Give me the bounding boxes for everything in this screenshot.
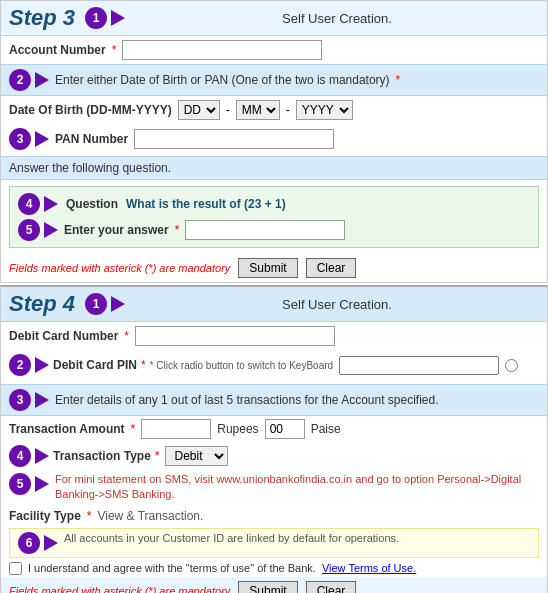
step4-title: Step 4: [9, 291, 75, 317]
sms-note-text: For mini statement on SMS, visit www.uni…: [55, 472, 539, 503]
step4-submit-button[interactable]: Submit: [238, 581, 297, 593]
debit-card-input[interactable]: [135, 326, 335, 346]
txn-info-text: Enter details of any 1 out of last 5 tra…: [55, 393, 439, 407]
step4-circle5: 5: [9, 473, 31, 495]
step4-arrow4: 4: [9, 445, 49, 467]
terms-text: I understand and agree with the "terms o…: [28, 562, 316, 574]
txn-type-label: Transaction Type: [53, 449, 151, 463]
pan-input[interactable]: [134, 129, 334, 149]
txn-amount-row: Transaction Amount * Rupees Paise: [1, 416, 547, 442]
account-number-input[interactable]: [122, 40, 322, 60]
keyboard-radio[interactable]: [505, 359, 518, 372]
step4-arrow6-icon: [44, 535, 58, 551]
txn-amount-star: *: [131, 422, 136, 436]
step3-submit-button[interactable]: Submit: [238, 258, 297, 278]
facility-label: Facility Type: [9, 509, 81, 523]
step4-section: Step 4 1 Self User Creation. Debit Card …: [0, 285, 548, 593]
answer-label: Enter your answer: [64, 223, 169, 237]
step4-circle4: 4: [9, 445, 31, 467]
question-section: 4 Question What is the result of (23 + 1…: [9, 186, 539, 248]
step3-arrow5-icon: [44, 222, 58, 238]
view-terms-link[interactable]: View Terms of Use.: [322, 562, 416, 574]
step4-arrow3-icon: [35, 392, 49, 408]
question-text: What is the result of (23 + 1): [126, 197, 286, 211]
debit-card-star: *: [124, 329, 129, 343]
step4-self-creation: Self User Creation.: [135, 297, 539, 312]
dob-pan-star: *: [396, 73, 401, 87]
accounts-note-text: All accounts in your Customer ID are lin…: [64, 532, 399, 544]
question-section-bar: Answer the following question.: [1, 156, 547, 180]
txn-type-row: 4 Transaction Type * Debit Credit: [1, 442, 547, 470]
step3-circle1: 1: [85, 7, 107, 29]
answer-input[interactable]: [185, 220, 345, 240]
step4-clear-button[interactable]: Clear: [306, 581, 357, 593]
account-number-label: Account Number: [9, 43, 106, 57]
txn-info-bar: 3 Enter details of any 1 out of last 5 t…: [1, 384, 547, 416]
dob-day-select[interactable]: DD: [178, 100, 220, 120]
pan-label: PAN Number: [55, 132, 128, 146]
step4-arrow2: 2: [9, 354, 49, 376]
facility-row: Facility Type * View & Transaction.: [1, 506, 547, 526]
debit-pin-star: *: [141, 358, 146, 372]
dob-year-select[interactable]: YYYY: [296, 100, 353, 120]
step3-arrow1: 1: [85, 7, 125, 29]
txn-amount-input[interactable]: [141, 419, 211, 439]
accounts-note: 6 All accounts in your Customer ID are l…: [9, 528, 539, 558]
step4-arrow5: 5: [9, 473, 49, 495]
step3-circle4: 4: [18, 193, 40, 215]
dob-month-select[interactable]: MM: [236, 100, 280, 120]
paise-label: Paise: [311, 422, 341, 436]
step4-header: Step 4 1 Self User Creation.: [1, 287, 547, 322]
terms-checkbox[interactable]: [9, 562, 22, 575]
step3-bottom-row: Fields marked with asterick (*) are mand…: [1, 254, 547, 282]
step4-bottom-bar: Fields marked with asterick (*) are mand…: [1, 577, 547, 593]
step3-circle5: 5: [18, 219, 40, 241]
answer-row: 5 Enter your answer *: [18, 219, 530, 241]
account-number-row: Account Number *: [1, 36, 547, 64]
step3-section: Step 3 1 Self User Creation. Account Num…: [0, 0, 548, 283]
step3-circle3: 3: [9, 128, 31, 150]
facility-note: View & Transaction.: [97, 509, 203, 523]
rupees-label: Rupees: [217, 422, 258, 436]
step3-title: Step 3: [9, 5, 75, 31]
dob-pan-info-bar: 2 Enter either Date of Birth or PAN (One…: [1, 64, 547, 96]
debit-card-label: Debit Card Number: [9, 329, 118, 343]
step4-arrow1-icon: [111, 296, 125, 312]
step4-mandatory-text: Fields marked with asterick (*) are mand…: [9, 585, 230, 593]
pan-row: 3 PAN Number: [1, 124, 547, 154]
sms-note: 5 For mini statement on SMS, visit www.u…: [1, 470, 547, 506]
txn-type-select[interactable]: Debit Credit: [165, 446, 228, 466]
step4-arrow5-icon: [35, 476, 49, 492]
dob-pan-label: Enter either Date of Birth or PAN (One o…: [55, 73, 390, 87]
step4-arrow3: 3: [9, 389, 49, 411]
step3-header: Step 3 1 Self User Creation.: [1, 1, 547, 36]
txn-amount-label: Transaction Amount: [9, 422, 125, 436]
step4-arrow1: 1: [85, 293, 125, 315]
step3-arrow2-icon: [35, 72, 49, 88]
question-section-title: Answer the following question.: [9, 161, 171, 175]
question-label: Question: [66, 197, 118, 211]
step3-arrow3-icon: [35, 131, 49, 147]
step4-arrow2-icon: [35, 357, 49, 373]
paise-input[interactable]: [265, 419, 305, 439]
step4-arrow4-icon: [35, 448, 49, 464]
step3-arrow5: 5: [18, 219, 58, 241]
step3-arrow1-icon: [111, 10, 125, 26]
question-row: 4 Question What is the result of (23 + 1…: [18, 193, 530, 215]
step3-self-creation: Self User Creation.: [135, 11, 539, 26]
answer-star: *: [175, 223, 180, 237]
step3-circle2: 2: [9, 69, 31, 91]
pin-note: * Click radio button to switch to KeyBoa…: [150, 360, 333, 371]
dob-row: Date Of Birth (DD-MM-YYYY) DD - MM - YYY…: [1, 96, 547, 124]
debit-pin-row: 2 Debit Card PIN * * Click radio button …: [1, 350, 547, 380]
step3-clear-button[interactable]: Clear: [306, 258, 357, 278]
step3-arrow4-icon: [44, 196, 58, 212]
step4-arrow6: 6: [18, 532, 58, 554]
debit-card-row: Debit Card Number *: [1, 322, 547, 350]
facility-star: *: [87, 509, 92, 523]
txn-type-star: *: [155, 449, 160, 463]
step3-mandatory-text: Fields marked with asterick (*) are mand…: [9, 262, 230, 274]
debit-pin-input[interactable]: [339, 356, 499, 375]
step3-arrow2: 2: [9, 69, 49, 91]
step4-circle3: 3: [9, 389, 31, 411]
